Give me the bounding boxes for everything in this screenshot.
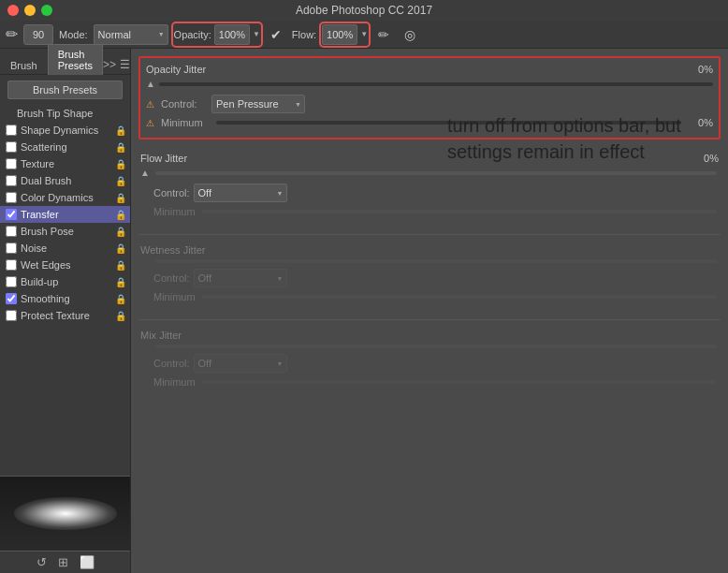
build-up-checkbox[interactable]: [6, 276, 17, 287]
opacity-minimum-label: Minimum: [161, 117, 212, 128]
flow-jitter-triangle: ▲: [140, 168, 150, 178]
sidebar-item-dual-brush[interactable]: Dual Brush 🔒: [0, 172, 130, 189]
brush-presets-button[interactable]: Brush Presets: [7, 81, 123, 99]
tab-menu-icon[interactable]: ☰: [120, 58, 130, 71]
opacity-label: Opacity:: [174, 29, 211, 40]
sidebar-item-brush-pose[interactable]: Brush Pose 🔒: [0, 223, 130, 240]
grid-icon[interactable]: ⊞: [58, 555, 68, 569]
smoothing-icon[interactable]: ◎: [400, 24, 420, 45]
opacity-jitter-slider[interactable]: [159, 82, 713, 86]
opacity-control-row: ⚠ Control: Off Fade Pen Pressure Pen Til…: [146, 95, 713, 113]
annotation-text: turn off from options bar, but settings …: [447, 112, 709, 165]
sidebar-item-noise[interactable]: Noise 🔒: [0, 240, 130, 257]
brush-tip-shape-label: Brush Tip Shape: [17, 108, 93, 119]
scattering-label: Scattering: [21, 141, 67, 153]
wetness-jitter-title: Wetness Jitter: [140, 244, 719, 256]
opacity-control-select[interactable]: Off Fade Pen Pressure Pen Tilt: [211, 95, 305, 113]
sidebar-list: Brush Tip Shape Shape Dynamics 🔒 Scatter…: [0, 105, 130, 476]
dual-brush-checkbox[interactable]: [6, 175, 17, 186]
shape-dynamics-checkbox[interactable]: [6, 125, 17, 136]
wetness-minimum-label: Minimum: [140, 291, 196, 302]
mix-jitter-slider: [155, 345, 717, 348]
brush-preview-area: [0, 476, 130, 551]
brush-size-box[interactable]: 90: [23, 24, 53, 45]
opacity-chevron[interactable]: ▼: [253, 30, 260, 38]
opacity-control-label: Control:: [161, 98, 208, 110]
flow-chevron[interactable]: ▼: [360, 30, 368, 38]
flow-control-select-wrap[interactable]: Off Fade Pen Pressure: [194, 184, 287, 202]
flow-minimum-label: Minimum: [140, 206, 196, 217]
wetness-control-label: Control:: [140, 272, 190, 284]
opacity-group: Opacity: ▼: [174, 24, 260, 45]
sidebar-item-brush-tip-shape[interactable]: Brush Tip Shape: [0, 105, 130, 122]
divider-1: [138, 234, 721, 235]
wetness-minimum-slider: [201, 295, 717, 299]
wet-edges-checkbox[interactable]: [6, 259, 17, 271]
minimize-button[interactable]: [24, 5, 36, 16]
mix-control-select: Off: [194, 354, 287, 373]
flow-jitter-slider[interactable]: [155, 171, 717, 175]
mix-minimum-label: Minimum: [140, 376, 196, 388]
sidebar-item-transfer[interactable]: Transfer 🔒: [0, 206, 130, 223]
transfer-checkbox[interactable]: [6, 209, 17, 220]
sidebar-item-build-up[interactable]: Build-up 🔒: [0, 273, 130, 290]
divider-2: [138, 319, 721, 320]
sidebar-item-color-dynamics[interactable]: Color Dynamics 🔒: [0, 189, 130, 206]
airbrush-icon[interactable]: ✔: [266, 24, 286, 45]
close-button[interactable]: [7, 5, 19, 16]
tab-more-icon[interactable]: >>: [103, 58, 116, 71]
refresh-icon[interactable]: ↺: [36, 555, 47, 569]
opacity-jitter-value: 0%: [698, 64, 713, 75]
texture-checkbox[interactable]: [6, 158, 17, 169]
dual-brush-label: Dual Brush: [21, 175, 71, 186]
title-bar: Adobe Photoshop CC 2017: [0, 0, 728, 21]
scattering-checkbox[interactable]: [6, 141, 17, 153]
noise-checkbox[interactable]: [6, 242, 17, 254]
mix-control-row: Control: Off: [140, 354, 719, 373]
color-dynamics-lock-icon: 🔒: [115, 193, 126, 203]
color-dynamics-checkbox[interactable]: [6, 192, 17, 203]
smoothing-checkbox[interactable]: [6, 293, 17, 304]
wetness-jitter-slider: [155, 259, 717, 263]
flow-control-row: Control: Off Fade Pen Pressure: [140, 184, 719, 202]
wetness-jitter-label: Wetness Jitter: [140, 244, 206, 256]
opacity-input[interactable]: [214, 24, 250, 45]
smoothing-label: Smoothing: [21, 293, 70, 304]
color-dynamics-label: Color Dynamics: [21, 192, 94, 203]
tab-brush[interactable]: Brush: [0, 55, 48, 75]
flow-input[interactable]: [322, 24, 357, 45]
noise-lock-icon: 🔒: [115, 243, 126, 254]
opacity-control-select-wrap[interactable]: Off Fade Pen Pressure Pen Tilt: [211, 95, 305, 113]
mode-select-wrap[interactable]: Normal Multiply Screen: [94, 24, 168, 45]
sidebar-item-shape-dynamics[interactable]: Shape Dynamics 🔒: [0, 122, 130, 139]
mode-label: Mode:: [59, 29, 88, 40]
mix-control-select-wrap: Off: [194, 354, 287, 373]
build-up-label: Build-up: [21, 276, 58, 287]
flow-jitter-label: Flow Jitter: [140, 153, 187, 164]
sidebar-item-scattering[interactable]: Scattering 🔒: [0, 139, 130, 155]
scattering-lock-icon: 🔒: [115, 142, 126, 153]
options-bar: ✏ 90 Mode: Normal Multiply Screen Opacit…: [0, 21, 728, 49]
flow-control-select[interactable]: Off Fade Pen Pressure: [194, 184, 287, 202]
brush-tool-icon[interactable]: ✏: [6, 25, 18, 43]
mix-minimum-row: Minimum: [140, 376, 719, 388]
fullscreen-button[interactable]: [41, 5, 52, 16]
sidebar-item-texture[interactable]: Texture 🔒: [0, 155, 130, 172]
sidebar-item-smoothing[interactable]: Smoothing 🔒: [0, 290, 130, 307]
protect-texture-checkbox[interactable]: [6, 310, 17, 321]
tab-brush-presets[interactable]: Brush Presets: [48, 44, 103, 75]
smoothing-lock-icon: 🔒: [115, 294, 126, 304]
flow-icon[interactable]: ✏: [373, 24, 394, 45]
canvas-icon[interactable]: ⬜: [80, 555, 95, 569]
opacity-jitter-label: Opacity Jitter: [146, 64, 206, 75]
brush-pose-checkbox[interactable]: [6, 226, 17, 237]
texture-label: Texture: [21, 158, 54, 169]
protect-texture-lock-icon: 🔒: [115, 311, 126, 321]
sidebar-item-protect-texture[interactable]: Protect Texture 🔒: [0, 307, 130, 324]
wet-edges-label: Wet Edges: [21, 259, 71, 271]
flow-minimum-row: Minimum: [140, 206, 719, 217]
opacity-jitter-triangle: ▲: [146, 79, 155, 89]
mode-select[interactable]: Normal Multiply Screen: [94, 24, 168, 45]
sidebar-item-wet-edges[interactable]: Wet Edges 🔒: [0, 257, 130, 273]
mix-jitter-section: Mix Jitter Control: Off Minimum: [138, 324, 721, 397]
